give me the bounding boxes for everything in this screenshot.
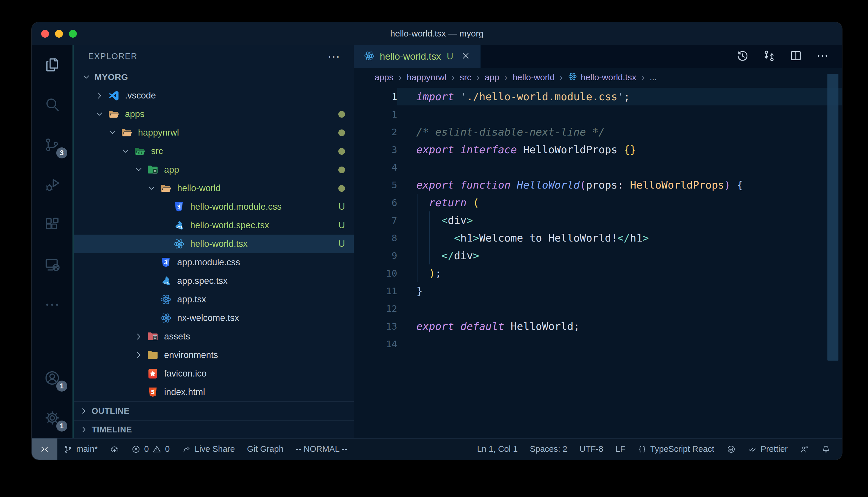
tree-item-hello-world[interactable]: hello-world	[74, 179, 354, 198]
section-outline[interactable]: OUTLINE	[74, 401, 354, 420]
status-notifications[interactable]	[815, 439, 837, 460]
open-changes-button[interactable]	[762, 49, 776, 64]
open-timeline-button[interactable]	[736, 49, 749, 64]
code-line: 4	[354, 158, 842, 176]
breadcrumb-item-hello-world-tsx[interactable]: hello-world.tsx	[568, 72, 636, 83]
tab-hello-world-tsx[interactable]: hello-world.tsx U	[354, 45, 481, 68]
tree-item-label: index.html	[164, 387, 205, 397]
code-line: 10 );	[354, 265, 842, 282]
tree-item-assets[interactable]: assets	[74, 327, 354, 346]
activity-item-accounts[interactable]: 1	[32, 358, 72, 398]
tree-item-label: assets	[164, 331, 190, 342]
breadcrumb-separator: ›	[399, 72, 401, 82]
tree-item-apps[interactable]: apps	[74, 105, 354, 123]
split-editor-button[interactable]	[789, 49, 802, 64]
untracked-badge: U	[339, 220, 345, 230]
tree-item-app[interactable]: app	[74, 160, 354, 179]
code-line: 8 <h1>Welcome to HelloWorld!</h1>	[354, 229, 842, 247]
code-line: 7 <div>	[354, 211, 842, 229]
tree-item-label: nx-welcome.tsx	[177, 313, 239, 323]
more-actions-button[interactable]	[816, 49, 829, 64]
status-live-share[interactable]: Live Share	[176, 439, 241, 460]
tree-item-app-spec-tsx[interactable]: TSapp.spec.tsx	[74, 272, 354, 290]
status-git-branch[interactable]: main*	[57, 439, 104, 460]
status-eol[interactable]: LF	[609, 439, 631, 460]
status-label: UTF-8	[580, 444, 603, 454]
untracked-badge: U	[339, 202, 345, 212]
tree-item-hello-world-module-css[interactable]: 3hello-world.module.cssU	[74, 198, 354, 216]
status-encoding[interactable]: UTF-8	[574, 439, 609, 460]
status-vim-mode[interactable]: -- NORMAL --	[290, 439, 354, 460]
tree-root-myorg[interactable]: MYORG	[74, 68, 354, 86]
activity-item-extensions[interactable]	[32, 205, 72, 245]
tree-item-favicon-ico[interactable]: favicon.ico	[74, 364, 354, 383]
code-editor[interactable]: 1import './hello-world.module.css';12/* …	[354, 87, 842, 438]
activity-item-explorer[interactable]	[32, 45, 72, 85]
tree-item-src[interactable]: src	[74, 142, 354, 160]
extensions-icon	[44, 216, 60, 233]
tab-bar: hello-world.tsx U	[354, 45, 842, 68]
files-icon	[44, 56, 60, 73]
folder-open-tan-icon	[160, 182, 172, 194]
tree-item--vscode[interactable]: .vscode	[74, 86, 354, 105]
breadcrumb-item-happynrwl[interactable]: happynrwl	[407, 72, 446, 82]
folder-open-tan-icon	[160, 182, 172, 194]
smiley-icon	[727, 444, 736, 454]
breadcrumb-item-src[interactable]: src	[460, 72, 471, 82]
folder-open-tan-icon	[108, 108, 120, 120]
chevron-down-icon	[120, 146, 131, 156]
activity-item-search[interactable]	[32, 85, 72, 125]
chevron-down-icon	[147, 183, 157, 194]
status-problems[interactable]: 00	[125, 439, 176, 460]
tree-item-environments[interactable]: environments	[74, 346, 354, 364]
breadcrumb-label: ...	[650, 72, 657, 82]
code-line: 13export default HelloWorld;	[354, 317, 842, 335]
editor-group: hello-world.tsx U apps›happynrwl›src›app…	[354, 45, 842, 438]
breadcrumb-separator: ›	[560, 72, 563, 82]
activity-bar: 311	[32, 45, 74, 438]
chevron-down-icon	[94, 109, 105, 119]
react-icon	[160, 294, 172, 306]
activity-item-settings[interactable]: 1	[32, 398, 72, 438]
editor-scrollbar[interactable]	[827, 74, 838, 360]
status-language-mode[interactable]: TypeScript React	[631, 439, 720, 460]
activity-item-more-views[interactable]	[32, 285, 72, 325]
react-icon	[363, 50, 375, 63]
activity-item-remote-explorer[interactable]	[32, 245, 72, 285]
chevron-down-icon	[107, 127, 118, 138]
status-feedback-smiley[interactable]	[720, 439, 742, 460]
status-prettier[interactable]: Prettier	[742, 439, 794, 460]
breadcrumb-item-hello-world[interactable]: hello-world	[512, 72, 555, 82]
tree-item-app-tsx[interactable]: app.tsx	[74, 290, 354, 309]
status-git-graph[interactable]: Git Graph	[241, 439, 290, 460]
status-remote-indicator[interactable]	[32, 439, 57, 460]
folder-env-icon	[147, 349, 159, 361]
status-feedback-person[interactable]	[794, 439, 815, 460]
explorer-more-actions-button[interactable]: ⋯	[327, 54, 341, 59]
breadcrumb-item-app[interactable]: app	[485, 72, 499, 82]
activity-item-run-debug[interactable]	[32, 165, 72, 205]
chevron-right-icon	[133, 350, 144, 360]
activity-item-source-control[interactable]: 3	[32, 125, 72, 165]
line-number: 8	[354, 232, 397, 244]
breadcrumb-separator: ›	[642, 72, 645, 82]
status-indentation[interactable]: Spaces: 2	[524, 439, 574, 460]
status-cursor-position[interactable]: Ln 1, Col 1	[471, 439, 524, 460]
folder-app-icon	[147, 164, 159, 176]
breadcrumb-item-apps[interactable]: apps	[375, 72, 394, 82]
tree-item-app-module-css[interactable]: 3app.module.css	[74, 253, 354, 272]
chevron-down-icon	[81, 72, 92, 82]
section-timeline[interactable]: TIMELINE	[74, 420, 354, 438]
breadcrumb-item--[interactable]: ...	[650, 72, 657, 82]
tree-item-hello-world-tsx[interactable]: hello-world.tsxU	[74, 235, 354, 253]
tree-item-happynrwl[interactable]: happynrwl	[74, 123, 354, 142]
status-sync-changes[interactable]	[104, 439, 125, 460]
tree-item-index-html[interactable]: 5index.html	[74, 383, 354, 401]
tree-item-label: apps	[125, 109, 144, 119]
close-tab-button[interactable]	[461, 51, 470, 62]
tree-item-nx-welcome-tsx[interactable]: nx-welcome.tsx	[74, 309, 354, 327]
line-number: 9	[354, 250, 397, 261]
tree-item-hello-world-spec-tsx[interactable]: TShello-world.spec.tsxU	[74, 216, 354, 235]
svg-text:3: 3	[164, 259, 168, 265]
line-number: 12	[354, 303, 397, 314]
